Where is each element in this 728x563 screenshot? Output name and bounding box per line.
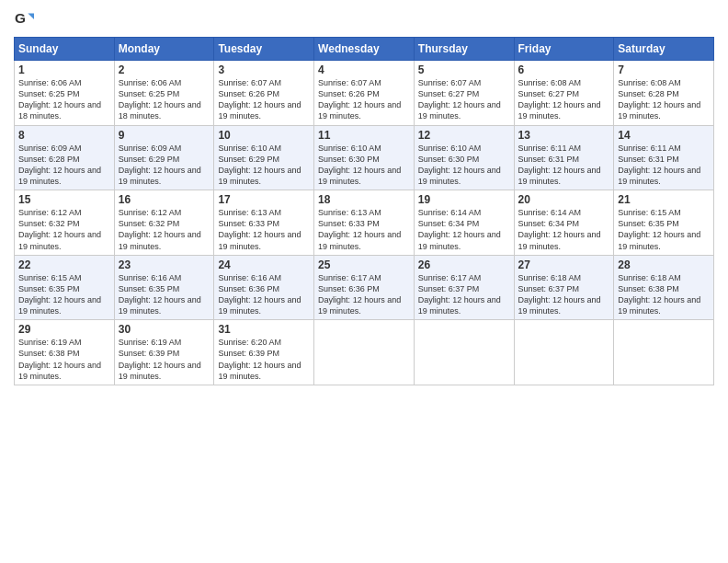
calendar-cell — [414, 320, 514, 385]
calendar-cell: 27 Sunrise: 6:18 AMSunset: 6:37 PMDaylig… — [514, 255, 614, 320]
day-number: 6 — [518, 63, 610, 76]
day-info: Sunrise: 6:15 AMSunset: 6:35 PMDaylight:… — [618, 208, 700, 250]
calendar-cell — [514, 320, 614, 385]
calendar-cell: 1 Sunrise: 6:06 AMSunset: 6:25 PMDayligh… — [15, 61, 115, 126]
day-info: Sunrise: 6:18 AMSunset: 6:37 PMDaylight:… — [518, 273, 601, 316]
weekday-header-tuesday: Tuesday — [214, 38, 314, 61]
calendar-header-row: SundayMondayTuesdayWednesdayThursdayFrid… — [15, 38, 714, 61]
day-info: Sunrise: 6:07 AMSunset: 6:26 PMDaylight:… — [218, 78, 301, 121]
calendar-cell: 10 Sunrise: 6:10 AMSunset: 6:29 PMDaylig… — [214, 125, 314, 190]
day-info: Sunrise: 6:13 AMSunset: 6:33 PMDaylight:… — [318, 208, 401, 250]
day-info: Sunrise: 6:19 AMSunset: 6:38 PMDaylight:… — [18, 338, 101, 380]
day-number: 23 — [119, 259, 210, 271]
day-number: 17 — [218, 193, 310, 206]
day-number: 20 — [518, 193, 610, 206]
day-info: Sunrise: 6:14 AMSunset: 6:34 PMDaylight:… — [418, 208, 501, 250]
day-number: 24 — [218, 259, 310, 271]
day-number: 29 — [18, 323, 110, 336]
day-number: 12 — [418, 129, 510, 142]
day-info: Sunrise: 6:10 AMSunset: 6:29 PMDaylight:… — [218, 144, 301, 186]
calendar-cell: 2 Sunrise: 6:06 AMSunset: 6:25 PMDayligh… — [114, 61, 214, 126]
day-number: 8 — [18, 129, 110, 142]
day-info: Sunrise: 6:08 AMSunset: 6:27 PMDaylight:… — [518, 78, 601, 121]
day-number: 2 — [119, 63, 210, 76]
day-info: Sunrise: 6:18 AMSunset: 6:38 PMDaylight:… — [618, 273, 700, 316]
weekday-header-saturday: Saturday — [614, 38, 714, 61]
calendar-cell: 26 Sunrise: 6:17 AMSunset: 6:37 PMDaylig… — [414, 255, 514, 320]
calendar-cell: 25 Sunrise: 6:17 AMSunset: 6:36 PMDaylig… — [314, 255, 415, 320]
day-info: Sunrise: 6:07 AMSunset: 6:27 PMDaylight:… — [418, 78, 501, 121]
day-number: 22 — [18, 259, 110, 271]
day-number: 11 — [318, 129, 410, 142]
calendar-cell: 6 Sunrise: 6:08 AMSunset: 6:27 PMDayligh… — [514, 61, 614, 126]
calendar-cell: 21 Sunrise: 6:15 AMSunset: 6:35 PMDaylig… — [614, 190, 714, 256]
calendar-cell: 15 Sunrise: 6:12 AMSunset: 6:32 PMDaylig… — [15, 190, 115, 256]
calendar-week-4: 22 Sunrise: 6:15 AMSunset: 6:35 PMDaylig… — [15, 255, 714, 320]
day-info: Sunrise: 6:07 AMSunset: 6:26 PMDaylight:… — [318, 78, 401, 121]
day-number: 27 — [518, 259, 610, 271]
day-info: Sunrise: 6:10 AMSunset: 6:30 PMDaylight:… — [418, 144, 501, 186]
day-info: Sunrise: 6:13 AMSunset: 6:33 PMDaylight:… — [218, 208, 301, 250]
calendar-cell: 24 Sunrise: 6:16 AMSunset: 6:36 PMDaylig… — [214, 255, 314, 320]
day-info: Sunrise: 6:11 AMSunset: 6:31 PMDaylight:… — [618, 144, 700, 186]
day-number: 3 — [218, 63, 310, 76]
day-info: Sunrise: 6:20 AMSunset: 6:39 PMDaylight:… — [218, 338, 301, 380]
day-number: 16 — [119, 193, 210, 206]
day-number: 25 — [318, 259, 410, 271]
calendar-cell: 22 Sunrise: 6:15 AMSunset: 6:35 PMDaylig… — [15, 255, 115, 320]
calendar-cell: 17 Sunrise: 6:13 AMSunset: 6:33 PMDaylig… — [214, 190, 314, 256]
day-info: Sunrise: 6:09 AMSunset: 6:29 PMDaylight:… — [119, 144, 201, 186]
day-number: 7 — [618, 63, 710, 76]
calendar-table: SundayMondayTuesdayWednesdayThursdayFrid… — [14, 37, 714, 385]
logo: G — [14, 9, 38, 29]
day-number: 21 — [618, 193, 710, 206]
calendar-cell: 23 Sunrise: 6:16 AMSunset: 6:35 PMDaylig… — [114, 255, 214, 320]
svg-marker-1 — [28, 13, 34, 19]
calendar-cell: 7 Sunrise: 6:08 AMSunset: 6:28 PMDayligh… — [614, 61, 714, 126]
day-number: 28 — [618, 259, 710, 271]
day-number: 26 — [418, 259, 510, 271]
day-number: 9 — [119, 129, 210, 142]
day-info: Sunrise: 6:15 AMSunset: 6:35 PMDaylight:… — [18, 273, 101, 316]
day-number: 10 — [218, 129, 310, 142]
weekday-header-thursday: Thursday — [414, 38, 514, 61]
day-info: Sunrise: 6:06 AMSunset: 6:25 PMDaylight:… — [18, 78, 101, 121]
calendar-cell: 30 Sunrise: 6:19 AMSunset: 6:39 PMDaylig… — [114, 320, 214, 385]
page: G SundayMondayTuesdayWednesdayThursdayFr… — [0, 0, 728, 563]
calendar-cell — [314, 320, 415, 385]
day-info: Sunrise: 6:16 AMSunset: 6:36 PMDaylight:… — [218, 273, 301, 316]
day-info: Sunrise: 6:19 AMSunset: 6:39 PMDaylight:… — [119, 338, 201, 380]
calendar-cell: 11 Sunrise: 6:10 AMSunset: 6:30 PMDaylig… — [314, 125, 415, 190]
calendar-cell: 20 Sunrise: 6:14 AMSunset: 6:34 PMDaylig… — [514, 190, 614, 256]
calendar-cell: 29 Sunrise: 6:19 AMSunset: 6:38 PMDaylig… — [15, 320, 115, 385]
day-info: Sunrise: 6:17 AMSunset: 6:36 PMDaylight:… — [318, 273, 401, 316]
calendar-cell: 18 Sunrise: 6:13 AMSunset: 6:33 PMDaylig… — [314, 190, 415, 256]
weekday-header-sunday: Sunday — [15, 38, 115, 61]
calendar-cell: 8 Sunrise: 6:09 AMSunset: 6:28 PMDayligh… — [15, 125, 115, 190]
calendar-cell — [614, 320, 714, 385]
calendar-cell: 31 Sunrise: 6:20 AMSunset: 6:39 PMDaylig… — [214, 320, 314, 385]
calendar-week-3: 15 Sunrise: 6:12 AMSunset: 6:32 PMDaylig… — [15, 190, 714, 256]
day-number: 30 — [119, 323, 210, 336]
calendar-week-1: 1 Sunrise: 6:06 AMSunset: 6:25 PMDayligh… — [15, 61, 714, 126]
calendar-cell: 9 Sunrise: 6:09 AMSunset: 6:29 PMDayligh… — [114, 125, 214, 190]
calendar-cell: 14 Sunrise: 6:11 AMSunset: 6:31 PMDaylig… — [614, 125, 714, 190]
weekday-header-friday: Friday — [514, 38, 614, 61]
calendar-cell: 4 Sunrise: 6:07 AMSunset: 6:26 PMDayligh… — [314, 61, 415, 126]
day-number: 14 — [618, 129, 710, 142]
day-info: Sunrise: 6:17 AMSunset: 6:37 PMDaylight:… — [418, 273, 501, 316]
calendar-week-2: 8 Sunrise: 6:09 AMSunset: 6:28 PMDayligh… — [15, 125, 714, 190]
weekday-header-wednesday: Wednesday — [314, 38, 415, 61]
day-info: Sunrise: 6:08 AMSunset: 6:28 PMDaylight:… — [618, 78, 700, 121]
calendar-cell: 12 Sunrise: 6:10 AMSunset: 6:30 PMDaylig… — [414, 125, 514, 190]
day-number: 31 — [218, 323, 310, 336]
calendar-cell: 13 Sunrise: 6:11 AMSunset: 6:31 PMDaylig… — [514, 125, 614, 190]
day-number: 13 — [518, 129, 610, 142]
calendar-cell: 5 Sunrise: 6:07 AMSunset: 6:27 PMDayligh… — [414, 61, 514, 126]
day-info: Sunrise: 6:12 AMSunset: 6:32 PMDaylight:… — [119, 208, 201, 250]
day-number: 18 — [318, 193, 410, 206]
logo-icon: G — [14, 9, 34, 29]
calendar-cell: 28 Sunrise: 6:18 AMSunset: 6:38 PMDaylig… — [614, 255, 714, 320]
calendar-cell: 19 Sunrise: 6:14 AMSunset: 6:34 PMDaylig… — [414, 190, 514, 256]
day-info: Sunrise: 6:10 AMSunset: 6:30 PMDaylight:… — [318, 144, 401, 186]
